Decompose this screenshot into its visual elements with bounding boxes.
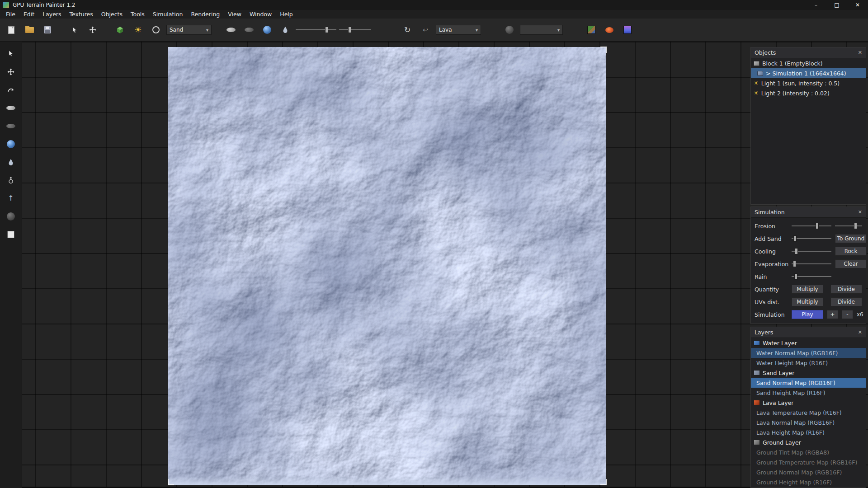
to-ground-button[interactable]: To Ground	[835, 234, 867, 243]
slider-thumb[interactable]	[854, 223, 857, 229]
evaporation-slider[interactable]	[792, 260, 831, 267]
map-row-sand-normal[interactable]: Sand Normal Map (RGB16F)	[751, 378, 866, 388]
uvs-divide-button[interactable]: Divide	[830, 297, 862, 306]
lasso-tool[interactable]	[3, 82, 19, 97]
menu-rendering[interactable]: Rendering	[187, 11, 224, 18]
cooling-slider[interactable]	[792, 248, 831, 255]
menu-simulation[interactable]: Simulation	[149, 11, 187, 18]
rotate-tool-button[interactable]: ↻	[400, 22, 415, 38]
move-tool[interactable]	[3, 64, 19, 79]
quantity-multiply-button[interactable]: Multiply	[792, 285, 823, 294]
terrain-viewport[interactable]	[168, 47, 606, 485]
map-row-ground-temperature[interactable]: Ground Temperature Map (RGB16F)	[751, 457, 866, 467]
slider-thumb[interactable]	[816, 223, 819, 229]
close-icon[interactable]: ✕	[858, 50, 862, 56]
droplet-tool[interactable]	[3, 155, 19, 169]
play-button[interactable]: Play	[792, 310, 823, 319]
maximize-button[interactable]: □	[826, 0, 847, 10]
texture-swatch-button[interactable]	[584, 22, 599, 38]
map-row-water-normal[interactable]: Water Normal Map (RGB16F)	[751, 348, 866, 358]
curved-arrow-icon: ↩	[423, 27, 428, 33]
slider-thumb[interactable]	[793, 235, 797, 242]
add-sand-slider[interactable]	[792, 235, 831, 242]
quantity-divide-button[interactable]: Divide	[830, 285, 862, 294]
fluid-type-select[interactable]: Lava ▾	[436, 25, 481, 35]
map-row-lava-height[interactable]: Lava Height Map (R16F)	[751, 427, 866, 437]
gradient-map-button[interactable]	[620, 22, 635, 38]
map-row-ground-normal[interactable]: Ground Normal Map (RGB16F)	[751, 467, 866, 477]
chevron-down-icon: ▾	[557, 28, 560, 33]
layer-row-sand[interactable]: Sand Layer	[751, 368, 866, 378]
light-tool-button[interactable]: ☀	[130, 22, 146, 38]
map-row-ground-tint[interactable]: Ground Tint Map (RGBA8)	[751, 447, 866, 457]
flow-tool-button[interactable]: ↩	[418, 22, 433, 38]
slider-thumb[interactable]	[325, 27, 328, 33]
material-sphere-button[interactable]	[502, 22, 517, 38]
lava-brush-button[interactable]	[602, 22, 617, 38]
rain-slider[interactable]	[792, 273, 831, 280]
brush-strength-slider[interactable]	[296, 26, 336, 33]
close-button[interactable]: ✕	[847, 0, 868, 10]
map-row-lava-normal[interactable]: Lava Normal Map (RGB16F)	[751, 418, 866, 427]
layer-row-water[interactable]: Water Layer	[751, 338, 866, 348]
slider-thumb[interactable]	[348, 27, 351, 33]
move-tool-button[interactable]	[85, 22, 100, 38]
menu-window[interactable]: Window	[245, 11, 276, 18]
disc-brush-button[interactable]	[241, 22, 257, 38]
map-row-sand-height[interactable]: Sand Height Map (R16F)	[751, 388, 866, 398]
save-button[interactable]	[40, 22, 55, 38]
extra-select[interactable]: ▾	[520, 25, 563, 35]
ellipse-brush-tool[interactable]	[3, 100, 19, 115]
sphere-brush-tool[interactable]	[3, 136, 19, 151]
clear-button[interactable]: Clear	[835, 259, 867, 268]
menu-edit[interactable]: Edit	[19, 11, 38, 18]
erosion-slider-2[interactable]	[835, 222, 862, 230]
rotate-icon: ↻	[404, 26, 410, 34]
raise-tool[interactable]: ↑	[3, 191, 19, 206]
new-file-button[interactable]	[4, 22, 19, 38]
menu-textures[interactable]: Textures	[66, 11, 97, 18]
speed-plus-button[interactable]: +	[827, 310, 838, 319]
slider-thumb[interactable]	[794, 273, 797, 280]
select-tool-button[interactable]	[67, 22, 82, 38]
select-tool[interactable]	[3, 46, 19, 61]
brush-size-button[interactable]	[148, 22, 164, 38]
canvas-tool[interactable]	[3, 227, 19, 242]
dark-sphere-tool[interactable]	[3, 209, 19, 224]
object-row-block[interactable]: Block 1 (EmptyBlock)	[751, 58, 866, 68]
menu-file[interactable]: File	[2, 11, 19, 18]
menu-help[interactable]: Help	[276, 11, 297, 18]
droplet-tool-button[interactable]	[278, 22, 293, 38]
slider-thumb[interactable]	[795, 248, 798, 254]
open-file-button[interactable]	[22, 22, 37, 38]
close-icon[interactable]: ✕	[858, 209, 862, 215]
speed-minus-button[interactable]: -	[842, 310, 853, 319]
menu-objects[interactable]: Objects	[97, 11, 127, 18]
object-row-light1[interactable]: ☀ Light 1 (sun, intensity : 0.5)	[751, 78, 866, 88]
minimize-button[interactable]: –	[806, 0, 826, 10]
layer-row-ground[interactable]: Ground Layer	[751, 437, 866, 447]
slider-thumb[interactable]	[793, 261, 796, 267]
layer-row-lava[interactable]: Lava Layer	[751, 398, 866, 408]
object-row-simulation[interactable]: > Simulation 1 (1664x1664)	[751, 68, 866, 78]
close-icon[interactable]: ✕	[858, 329, 862, 335]
menu-layers[interactable]: Layers	[38, 11, 65, 18]
disc-brush-tool[interactable]	[3, 118, 19, 133]
map-row-water-height[interactable]: Water Height Map (R16F)	[751, 358, 866, 368]
sphere-brush-button[interactable]	[259, 22, 275, 38]
brush-falloff-slider[interactable]	[339, 26, 371, 33]
menu-tools[interactable]: Tools	[127, 11, 149, 18]
ellipse-brush-button[interactable]	[223, 22, 239, 38]
uvs-multiply-button[interactable]: Multiply	[792, 297, 823, 306]
block-tool-button[interactable]	[112, 22, 127, 38]
object-row-light2[interactable]: ☀ Light 2 (intensity : 0.02)	[751, 88, 866, 98]
map-row-lava-temperature[interactable]: Lava Temperature Map (R16F)	[751, 408, 866, 418]
pivot-tool[interactable]	[3, 173, 19, 188]
brush-texture-select[interactable]: Sand ▾	[166, 25, 212, 35]
map-row-ground-height[interactable]: Ground Height Map (R16F)	[751, 477, 866, 487]
layers-panel: Layers ✕ Water Layer Water Normal Map (R…	[750, 327, 866, 488]
menu-view[interactable]: View	[224, 11, 245, 18]
rock-button[interactable]: Rock	[835, 247, 867, 256]
left-tool-column: ↑	[0, 42, 22, 488]
erosion-slider-1[interactable]	[792, 222, 831, 230]
